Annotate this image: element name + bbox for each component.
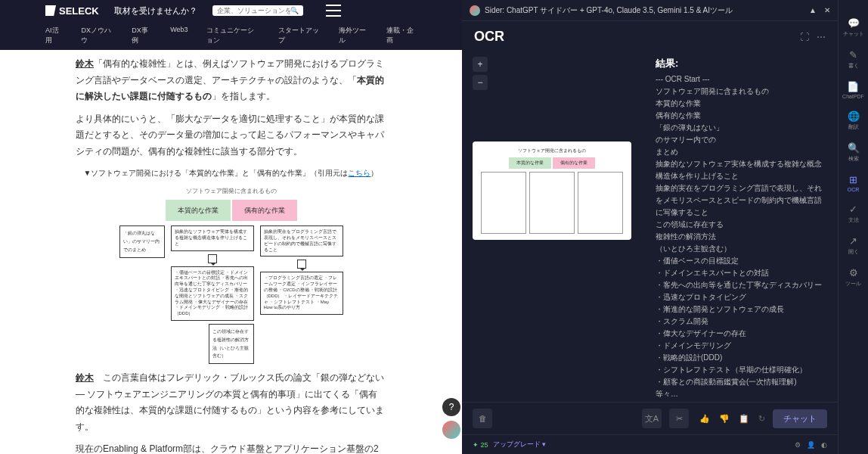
zoom-in-button[interactable]: + <box>473 57 488 72</box>
sidebar-icon: 💬 <box>848 17 860 29</box>
logo-text: SELECK <box>59 5 99 17</box>
more-icon[interactable]: ⋯ <box>817 32 826 42</box>
diagram-box: 抽象的なソフトウェア実体を構成する複雑な概念構造体を作り上げること <box>171 225 254 250</box>
diagram-box: ・プログラミング言語の選定 ・フレームワーク選定 ・インフラレイヤーの整備 ・C… <box>260 272 343 315</box>
sidebar-item-検索[interactable]: 🔍検索 <box>848 141 860 163</box>
sidebar-label: 書く <box>848 62 859 70</box>
nav-item[interactable]: 海外ツール <box>339 26 369 45</box>
diagram-box: 抽象的実在をプログラミング言語で表現し、それをメモリスペースとスピードの制約内で… <box>260 225 343 257</box>
sidebar-label: 文法 <box>848 216 859 224</box>
ocr-results: 結果: --- OCR Start ---ソフトウェア開発に含まれるもの本質的な… <box>656 57 827 397</box>
sidebar-icon: ✎ <box>848 48 860 61</box>
sidebar-label: OCR <box>848 187 860 192</box>
diagram-caption: ▼ソフトウェア開発における「本質的な作業」と「偶有的な作業」（引用元はこちら） <box>76 166 386 180</box>
translate-button[interactable]: 文A <box>642 409 662 428</box>
site-header: SELECK 取材を受けませんか？ 🔍 <box>0 0 462 21</box>
crop-button[interactable]: ✂ <box>669 409 689 428</box>
sidebar-icon: ⊞ <box>848 173 860 185</box>
sidebar-label: チャット <box>843 30 864 38</box>
bottom-bar: ✦ 25 アップグレード ▾ ⚙ 👤 ◐ <box>462 434 838 454</box>
user-icon[interactable]: 👤 <box>807 441 815 449</box>
preview-box: 偶有的な作業 <box>553 157 595 169</box>
sidebar-item-翻訳[interactable]: 🌐翻訳 <box>848 110 860 131</box>
nav-item[interactable]: 連載・企画 <box>386 26 417 45</box>
sidebar-item-ChatPDF[interactable]: 📄ChatPDF <box>842 80 864 99</box>
article-body: 鈴木「偶有的な複雑性」とは、例えばソフトウェア開発におけるプログラミング言語やデ… <box>0 50 462 454</box>
cta-link[interactable]: 取材を受けませんか？ <box>114 5 197 17</box>
hamburger-menu[interactable] <box>326 5 341 17</box>
sider-logo-icon <box>470 5 480 16</box>
main-nav: AI活用 DXノウハウ DX事例 Web3 コミュニケーション スタートアップ … <box>0 21 462 50</box>
upgrade-link[interactable]: アップグレード ▾ <box>493 440 547 449</box>
preview-box <box>529 172 575 234</box>
sider-button[interactable] <box>442 421 460 439</box>
nav-item[interactable]: DX事例 <box>132 26 152 45</box>
nav-item[interactable]: AI活用 <box>45 26 63 45</box>
article-text: 」を指します。 <box>212 91 275 101</box>
sidebar-icon: 🔍 <box>848 141 860 154</box>
search-input[interactable] <box>217 7 290 14</box>
sidebar-label: ChatPDF <box>842 94 864 99</box>
diagram-title: ソフトウェア開発に含まれるもの <box>118 186 345 197</box>
image-preview[interactable]: ソフトウェア開発に含まれるもの 本質的な作業 偶有的な作業 <box>473 141 631 240</box>
source-link[interactable]: こちら <box>348 169 370 177</box>
close-icon[interactable]: ✕ <box>824 6 830 14</box>
sidebar-label: 開く <box>848 248 859 256</box>
speaker-name: 鈴木 <box>76 58 94 69</box>
diagram: ソフトウェア開発に含まれるもの 本質的な作業 偶有的な作業 「銀の弾丸はない」の… <box>118 186 345 365</box>
search-box[interactable]: 🔍 <box>212 5 303 16</box>
diagram-box: 偶有的な作業 <box>232 200 297 221</box>
nav-item[interactable]: Web3 <box>170 26 188 45</box>
sidebar-icon: ✓ <box>848 203 860 215</box>
thumbs-up-icon[interactable]: 👍 <box>699 414 710 424</box>
preview-text: ソフトウェア開発に含まれるもの <box>479 148 625 154</box>
result-text: --- OCR Start ---ソフトウェア開発に含まれるもの本質的な作業偶有… <box>656 73 827 397</box>
float-actions: ? <box>442 398 460 439</box>
sidebar-icon: ⚙ <box>848 266 860 278</box>
preview-box: 本質的な作業 <box>509 157 551 169</box>
article-text: より具体的にいうと、「膨大なデータを適切に処理すること」が本質的な課題だとすると… <box>76 111 386 160</box>
sidebar-icon: 📄 <box>847 80 859 92</box>
sidebar-item-ツール[interactable]: ⚙ツール <box>845 266 861 288</box>
search-icon[interactable]: 🔍 <box>290 7 299 14</box>
notification-icon[interactable]: ▲ <box>809 6 817 14</box>
ocr-header: OCR ⛶ ⋯ <box>462 21 838 52</box>
sidebar-icon: 🌐 <box>848 110 860 122</box>
diagram-label: 「銀の弾丸はない」のサマリー内でのまとめ <box>119 225 165 257</box>
copy-icon[interactable]: 📋 <box>739 414 749 424</box>
site-logo[interactable]: SELECK <box>45 5 99 17</box>
nav-item[interactable]: DXノウハウ <box>81 26 113 45</box>
nav-item[interactable]: コミュニケーション <box>206 26 260 45</box>
sider-panel: Sider: ChatGPT サイドバー + GPT-4o, Claude 3.… <box>462 0 868 454</box>
sidebar-item-文法[interactable]: ✓文法 <box>848 203 860 224</box>
theme-icon[interactable]: ◐ <box>821 441 827 449</box>
speaker-name: 鈴木 <box>76 372 94 383</box>
expand-icon[interactable]: ⛶ <box>800 32 809 42</box>
arrow-icon <box>297 260 306 269</box>
article-text: 「偶有的な複雑性」とは、例えばソフトウェア開発におけるプログラミング言語やデータ… <box>76 58 384 86</box>
settings-icon[interactable]: ⚙ <box>795 441 801 449</box>
diagram-label: この領域に存在する複雑性の解消方法（いとひろ主観含む） <box>209 324 254 364</box>
sidebar-item-OCR[interactable]: ⊞OCR <box>848 173 860 192</box>
nav-item[interactable]: スタートアップ <box>278 26 321 45</box>
trash-button[interactable]: 🗑 <box>473 409 492 428</box>
arrow-icon <box>208 254 217 263</box>
sidebar-icon: ↗ <box>848 235 860 247</box>
sidebar-item-書く[interactable]: ✎書く <box>848 48 860 70</box>
result-label: 結果: <box>656 57 827 70</box>
article-text: 現在のEnabling & Platform部は、クラウド基盤とアプリケーション… <box>76 441 386 454</box>
sidebar-label: ツール <box>845 280 861 288</box>
sidebar-label: 翻訳 <box>848 123 859 131</box>
zoom-controls: + − <box>473 57 646 90</box>
ocr-body: + − ソフトウェア開発に含まれるもの 本質的な作業 偶有的な作業 <box>462 52 838 402</box>
sidebar-item-チャット[interactable]: 💬チャット <box>843 17 864 38</box>
sider-main: Sider: ChatGPT サイドバー + GPT-4o, Claude 3.… <box>462 0 838 454</box>
refresh-icon[interactable]: ↻ <box>758 414 765 424</box>
zoom-out-button[interactable]: − <box>473 75 488 90</box>
article-panel: SELECK 取材を受けませんか？ 🔍 AI活用 DXノウハウ DX事例 Web… <box>0 0 462 454</box>
credits-badge[interactable]: ✦ 25 <box>473 441 488 449</box>
thumbs-down-icon[interactable]: 👎 <box>719 414 730 424</box>
chat-button[interactable]: チャット <box>773 409 827 428</box>
sidebar-item-開く[interactable]: ↗開く <box>848 235 860 256</box>
help-button[interactable]: ? <box>442 398 460 416</box>
